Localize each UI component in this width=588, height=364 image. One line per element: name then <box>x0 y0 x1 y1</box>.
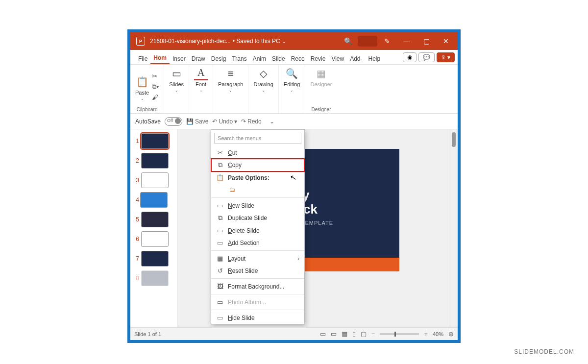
autosave-label: AutoSave <box>135 118 161 125</box>
sorter-view-icon[interactable]: ▦ <box>342 330 347 338</box>
editing-button[interactable]: 🔍 Editing⌄ <box>284 67 300 93</box>
thumbnail-1[interactable]: 1 <box>132 133 175 149</box>
tab-help[interactable]: Help <box>366 52 384 64</box>
zoom-out-button[interactable]: − <box>371 330 375 338</box>
normal-view-icon[interactable]: ▭ <box>331 330 337 338</box>
redo-button[interactable]: ↷ Redo <box>241 118 262 125</box>
zoom-slider[interactable] <box>380 333 419 335</box>
app-window: P 21608-01-visionary-pitch-dec... • Save… <box>127 29 461 343</box>
drawing-button[interactable]: ◇ Drawing⌄ <box>253 67 273 93</box>
ribbon-group-drawing: ◇ Drawing⌄ <box>248 65 278 113</box>
cut-icon[interactable]: ✂ <box>152 73 159 80</box>
titlebar: P 21608-01-visionary-pitch-dec... • Save… <box>130 32 458 50</box>
new-slide-icon: ▭ <box>216 202 224 209</box>
tab-draw[interactable]: Draw <box>189 52 208 64</box>
autosave-toggle[interactable]: Off <box>165 117 182 126</box>
undo-button[interactable]: ↶ Undo ▾ <box>212 118 237 125</box>
vertical-scrollbar[interactable] <box>450 129 458 327</box>
pen-icon[interactable]: ✎ <box>377 33 397 49</box>
menu-photo-album: ▭Photo Album... <box>211 296 304 308</box>
ribbon-group-editing: 🔍 Editing⌄ <box>279 65 306 113</box>
designer-button[interactable]: ▦ Designer <box>310 67 332 87</box>
save-button[interactable]: 💾Save <box>186 118 208 125</box>
close-button[interactable]: ✕ <box>436 33 456 49</box>
ribbon-group-slides: ▭ Slides⌄ <box>164 65 189 113</box>
tab-file[interactable]: File <box>135 52 150 64</box>
paragraph-icon: ≡ <box>224 67 238 80</box>
save-status[interactable]: • Saved to this PC <box>233 38 280 45</box>
menu-paste-theme[interactable]: 🗂 <box>211 184 304 196</box>
paste-button[interactable]: 📋 Paste⌄ <box>135 75 149 101</box>
menu-layout[interactable]: ▦Layout› <box>211 252 304 265</box>
watermark: SLIDEMODEL.COM <box>514 348 574 355</box>
editing-icon: 🔍 <box>285 67 299 80</box>
thumbnail-4[interactable]: 4* <box>132 192 175 208</box>
tab-insert[interactable]: Inser <box>170 52 189 64</box>
tab-home[interactable]: Hom <box>150 51 170 64</box>
tab-design[interactable]: Desig <box>208 52 229 64</box>
menu-new-slide[interactable]: ▭New Slide <box>211 199 304 212</box>
ribbon-tabs: File Hom Inser Draw Desig Trans Anim Sli… <box>130 50 458 65</box>
designer-icon: ▦ <box>315 67 328 80</box>
chevron-down-icon[interactable]: ⌄ <box>282 39 286 44</box>
photo-album-icon: ▭ <box>216 298 224 306</box>
ribbon-group-paragraph: ≡ Paragraph⌄ <box>213 65 248 113</box>
comments-button[interactable]: 💬 <box>418 52 435 62</box>
slideshow-view-icon[interactable]: ▢ <box>361 330 367 338</box>
qat-customize[interactable]: ⌄ <box>270 118 274 125</box>
menu-add-section[interactable]: ▭Add Section <box>211 237 304 249</box>
quick-access-toolbar: AutoSave Off 💾Save ↶ Undo ▾ ↷ Redo ⌄ <box>130 114 458 129</box>
font-button[interactable]: A Font⌄ <box>194 67 208 93</box>
tab-record[interactable]: Reco <box>288 52 308 64</box>
copy-icon[interactable]: ⧉▾ <box>152 83 159 91</box>
thumbnail-8[interactable]: 8 <box>132 270 175 286</box>
paste-theme-icon: 🗂 <box>228 186 236 194</box>
thumbnail-2[interactable]: 2 <box>132 153 175 169</box>
thumbnail-7[interactable]: 7 <box>132 251 175 267</box>
account-pill[interactable] <box>358 33 377 49</box>
menu-copy[interactable]: ⧉Copy <box>211 159 304 171</box>
fit-to-window-button[interactable]: ⊕ <box>448 330 454 338</box>
hide-icon: ▭ <box>216 314 224 321</box>
chevron-right-icon: › <box>297 255 299 262</box>
menu-duplicate-slide[interactable]: ⧉Duplicate Slide <box>211 212 304 224</box>
minimize-button[interactable]: — <box>397 33 416 49</box>
maximize-button[interactable]: ▢ <box>416 33 436 49</box>
section-icon: ▭ <box>216 239 224 246</box>
file-name[interactable]: 21608-01-visionary-pitch-dec... <box>150 38 231 45</box>
tab-view[interactable]: View <box>328 52 347 64</box>
menu-format-background[interactable]: 🖼Format Background... <box>211 280 304 292</box>
tab-review[interactable]: Revie <box>308 52 329 64</box>
tab-transitions[interactable]: Trans <box>229 52 249 64</box>
copy-icon: ⧉ <box>216 161 224 169</box>
notes-button[interactable]: ▭ <box>320 330 326 338</box>
slide-canvas[interactable]: Visionary Pitch Deck PRESENTATION TEMPLA… <box>177 129 450 327</box>
format-bg-icon: 🖼 <box>216 283 224 290</box>
slides-icon: ▭ <box>170 67 183 80</box>
paste-icon: 📋 <box>216 174 224 181</box>
font-icon: A <box>194 67 208 80</box>
paragraph-button[interactable]: ≡ Paragraph⌄ <box>218 67 243 93</box>
menu-hide-slide[interactable]: ▭Hide Slide <box>211 312 304 324</box>
menu-reset-slide[interactable]: ↺Reset Slide <box>211 265 304 277</box>
ribbon-group-designer: ▦ Designer Designer <box>305 65 337 113</box>
slide-thumbnails: 1 2 3 4* 5 6 7 8 <box>130 129 177 327</box>
search-icon[interactable]: 🔍 <box>338 33 358 49</box>
thumbnail-5[interactable]: 5 <box>132 212 175 227</box>
zoom-in-button[interactable]: + <box>424 330 428 338</box>
thumbnail-3[interactable]: 3 <box>132 172 175 188</box>
tab-animations[interactable]: Anim <box>250 52 269 64</box>
format-painter-icon[interactable]: 🖌 <box>152 94 159 101</box>
share-button[interactable]: ⇪ ▾ <box>437 52 455 62</box>
menu-delete-slide[interactable]: ▭Delete Slide <box>211 224 304 237</box>
zoom-level[interactable]: 40% <box>433 331 443 337</box>
slides-button[interactable]: ▭ Slides⌄ <box>169 67 184 93</box>
menu-search-input[interactable]: Search the menus <box>214 133 301 144</box>
menu-cut[interactable]: ✂Cut <box>211 146 304 159</box>
tab-slideshow[interactable]: Slide <box>269 52 288 64</box>
camera-button[interactable]: ◉ <box>403 52 416 62</box>
reading-view-icon[interactable]: ▯ <box>352 330 356 338</box>
tab-addins[interactable]: Add- <box>347 52 365 64</box>
powerpoint-icon: P <box>136 37 145 46</box>
thumbnail-6[interactable]: 6 <box>132 231 175 247</box>
